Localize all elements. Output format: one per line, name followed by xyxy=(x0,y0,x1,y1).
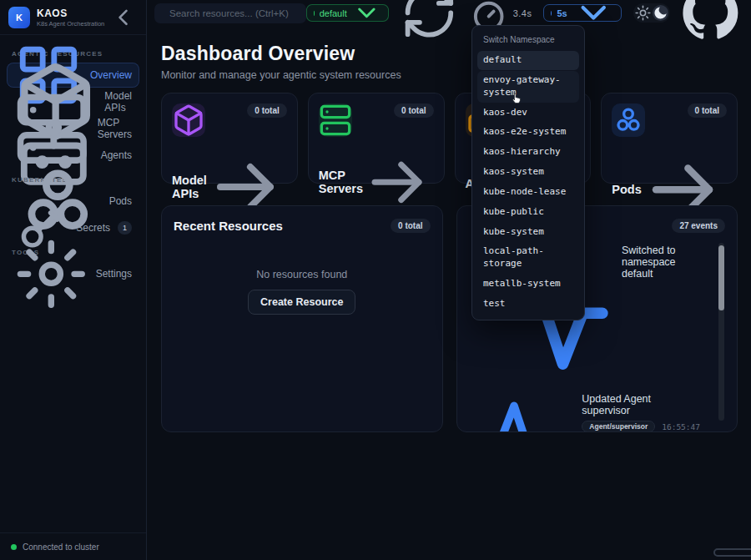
app-logo: K xyxy=(8,7,30,28)
sidebar-item-label: MCP Servers xyxy=(98,117,132,140)
app-root: K KAOS K8s Agent Orchestration AGENTIC R… xyxy=(0,0,751,560)
stat-card-title: Model APIs xyxy=(172,174,207,200)
sidebar-nav: AGENTIC RESOURCESOverviewModel APIsMCP S… xyxy=(0,35,146,532)
namespace-option-kaos-system[interactable]: kaos-system xyxy=(477,163,579,182)
interval-value: 5s xyxy=(557,8,567,18)
dark-theme-button[interactable] xyxy=(653,5,668,21)
event-item: Updated Agent supervisorAgent/supervisor… xyxy=(478,393,701,432)
sidebar-item-label: Model APIs xyxy=(104,90,132,114)
page-subtitle: Monitor and manage your agentic system r… xyxy=(161,69,738,82)
stat-card-model-apis[interactable]: 0 totalModel APIs000 xyxy=(161,93,298,184)
page-title: Dashboard Overview xyxy=(161,43,738,65)
cube-icon xyxy=(172,103,205,137)
sidebar-header: K KAOS K8s Agent Orchestration xyxy=(0,0,146,35)
events-count-badge: 27 events xyxy=(672,219,725,233)
connected-status-dot xyxy=(11,544,17,550)
main-area: default 3.4s 5s xyxy=(148,0,751,560)
namespace-option-kaos-dev[interactable]: kaos-dev xyxy=(477,103,579,123)
recent-resources-panel: Recent Resources 0 total No resources fo… xyxy=(161,205,443,432)
app-subtitle: K8s Agent Orchestration xyxy=(37,20,104,28)
namespace-dropdown-title: Switch Namespace xyxy=(477,31,579,51)
sidebar-collapse-button[interactable] xyxy=(111,4,138,31)
stat-card-title: Pods xyxy=(612,183,641,196)
mouse-cursor xyxy=(509,92,522,105)
namespace-dropdown: Switch Namespace defaultenvoy-gateway-sy… xyxy=(471,25,585,320)
namespace-option-kaos-e2e-system[interactable]: kaos-e2e-system xyxy=(477,123,579,142)
topbar: default 3.4s 5s xyxy=(148,0,751,26)
server-icon xyxy=(319,103,352,137)
pods-icon xyxy=(612,103,645,137)
light-theme-button[interactable] xyxy=(635,5,651,21)
stat-cards-grid: 0 totalModel APIs0000 totalMCP Servers00… xyxy=(161,93,738,184)
namespace-value: default xyxy=(320,8,347,18)
namespace-status-dot xyxy=(314,11,315,16)
namespace-option-envoy-gateway-system[interactable]: envoy-gateway-system xyxy=(477,71,579,103)
recent-resources-title: Recent Resources xyxy=(174,219,283,233)
sidebar-item-label: Settings xyxy=(96,268,132,280)
event-title: Switched to namespace default xyxy=(622,245,700,280)
refresh-interval-selector[interactable]: 5s xyxy=(543,4,622,22)
stat-card-total-badge: 0 total xyxy=(688,103,727,118)
create-resource-button[interactable]: Create Resource xyxy=(248,290,355,315)
namespace-option-kaos-hierarchy[interactable]: kaos-hierarchy xyxy=(477,143,579,162)
event-title: Updated Agent supervisor xyxy=(582,393,700,416)
sidebar-item-settings[interactable]: Settings xyxy=(7,261,139,286)
empty-state: No resources found Create Resource xyxy=(174,269,431,315)
recent-resources-total-badge: 0 total xyxy=(391,219,430,233)
events-scrollbar-thumb[interactable] xyxy=(718,245,724,310)
activity-icon xyxy=(478,394,574,432)
chevron-left-icon xyxy=(111,4,138,31)
namespace-selector[interactable]: default xyxy=(306,4,389,22)
sidebar: K KAOS K8s Agent Orchestration AGENTIC R… xyxy=(0,0,147,560)
moon-icon xyxy=(653,5,668,21)
sun-icon xyxy=(635,5,651,21)
namespace-option-kube-system[interactable]: kube-system xyxy=(477,223,579,242)
namespace-option-local-path-storage[interactable]: local-path-storage xyxy=(477,242,579,274)
stat-card-total-badge: 0 total xyxy=(394,103,433,118)
sidebar-item-count-badge: 1 xyxy=(118,221,132,235)
namespace-dropdown-list: defaultenvoy-gateway-systemkaos-devkaos-… xyxy=(477,51,579,314)
github-link[interactable] xyxy=(682,0,739,42)
recent-resources-header: Recent Resources 0 total xyxy=(174,217,431,234)
namespace-option-kube-public[interactable]: kube-public xyxy=(477,203,579,222)
namespace-option-default[interactable]: default xyxy=(477,51,579,70)
interval-status-dot xyxy=(551,11,552,16)
stat-card-total-badge: 0 total xyxy=(247,103,286,118)
cluster-status: Connected to cluster xyxy=(0,532,146,560)
github-icon xyxy=(682,0,739,42)
refresh-button[interactable] xyxy=(401,0,458,42)
cluster-status-text: Connected to cluster xyxy=(23,542,99,552)
namespace-option-metallb-system[interactable]: metallb-system xyxy=(477,275,579,294)
chevron-down-icon xyxy=(352,0,381,28)
events-scrollbar-track[interactable] xyxy=(718,243,724,421)
sidebar-item-label: Secrets xyxy=(76,222,110,234)
empty-state-text: No resources found xyxy=(256,269,347,280)
namespace-option-kube-node-lease[interactable]: kube-node-lease xyxy=(477,183,579,202)
theme-toggle xyxy=(633,3,670,23)
stat-card-title: MCP Servers xyxy=(319,169,363,195)
event-timestamp: 16:55:47 xyxy=(662,422,700,431)
sidebar-item-label: Pods xyxy=(109,195,132,207)
search-input[interactable] xyxy=(169,8,298,18)
page-content: Dashboard Overview Monitor and manage yo… xyxy=(148,26,751,432)
app-title: KAOS xyxy=(37,8,104,19)
stat-card-mcp-servers[interactable]: 0 totalMCP Servers000 xyxy=(308,93,445,184)
panels-row: Recent Resources 0 total No resources fo… xyxy=(161,205,738,432)
search-box[interactable] xyxy=(154,3,306,23)
namespace-option-test[interactable]: test xyxy=(477,295,579,314)
horizontal-scrollbar[interactable] xyxy=(713,548,751,557)
event-resource-badge: Agent/supervisor xyxy=(582,421,655,432)
sidebar-item-label: Agents xyxy=(101,149,132,161)
gear-icon xyxy=(14,237,88,311)
refresh-timer-value: 3.4s xyxy=(513,8,532,18)
stat-card-pods[interactable]: 0 totalPods000 xyxy=(601,93,738,184)
